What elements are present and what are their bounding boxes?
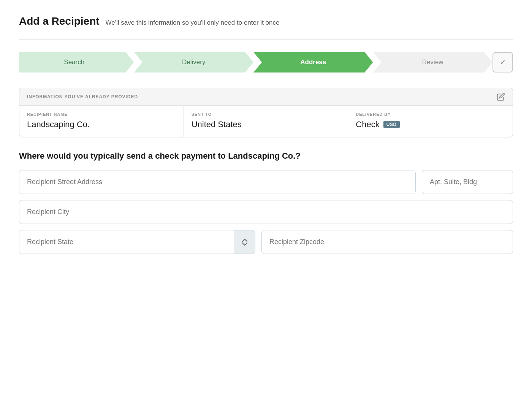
chevron-up-icon: [242, 239, 247, 242]
usd-badge: USD: [383, 121, 400, 128]
info-cell-sent-to: SENT TO United States: [184, 106, 348, 137]
info-cell-recipient: RECIPIENT NAME Landscaping Co.: [19, 106, 184, 137]
info-card: INFORMATION YOU'VE ALREADY PROVIDED RECI…: [19, 88, 513, 137]
info-card-header-label: INFORMATION YOU'VE ALREADY PROVIDED: [27, 94, 138, 99]
delivered-by-label: DELIVERED BY: [356, 112, 505, 117]
step-address-label: Address: [300, 58, 326, 66]
info-card-body: RECIPIENT NAME Landscaping Co. SENT TO U…: [19, 106, 513, 137]
step-review[interactable]: Review: [373, 52, 493, 73]
street-row: [19, 170, 513, 194]
zipcode-input[interactable]: [261, 230, 513, 254]
chevron-down-icon: [242, 243, 247, 246]
header-divider: [19, 39, 513, 40]
delivered-by-value: Check USD: [356, 120, 505, 129]
page-subtitle: We'll save this information so you'll on…: [106, 19, 280, 27]
apt-suite-input[interactable]: [422, 170, 513, 194]
state-select-wrapper: [19, 230, 255, 254]
step-search[interactable]: Search: [19, 52, 134, 73]
address-form: Where would you typically send a check p…: [19, 151, 513, 254]
sent-to-value: United States: [192, 120, 340, 129]
state-dropdown-button[interactable]: [234, 230, 255, 254]
form-title: Where would you typically send a check p…: [19, 151, 513, 161]
step-review-label: Review: [422, 58, 443, 66]
info-cell-delivered-by: DELIVERED BY Check USD: [348, 106, 513, 137]
sent-to-label: SENT TO: [192, 112, 340, 117]
check-icon: ✓: [500, 58, 506, 67]
city-row: [19, 200, 513, 224]
recipient-name-value: Landscaping Co.: [27, 120, 176, 129]
page-header: Add a Recipient We'll save this informat…: [19, 15, 513, 27]
step-delivery-label: Delivery: [182, 58, 205, 66]
edit-icon[interactable]: [497, 93, 505, 101]
state-zip-row: [19, 230, 513, 254]
step-progress: Search Delivery Address Review ✓: [19, 52, 513, 73]
state-input[interactable]: [19, 230, 234, 254]
city-input[interactable]: [19, 200, 513, 224]
step-search-label: Search: [64, 58, 84, 66]
street-address-input[interactable]: [19, 170, 416, 194]
info-card-header: INFORMATION YOU'VE ALREADY PROVIDED: [19, 88, 513, 106]
recipient-name-label: RECIPIENT NAME: [27, 112, 176, 117]
step-complete-check: ✓: [492, 52, 513, 73]
step-delivery[interactable]: Delivery: [134, 52, 254, 73]
page-title: Add a Recipient: [19, 15, 100, 27]
step-address[interactable]: Address: [253, 52, 373, 73]
